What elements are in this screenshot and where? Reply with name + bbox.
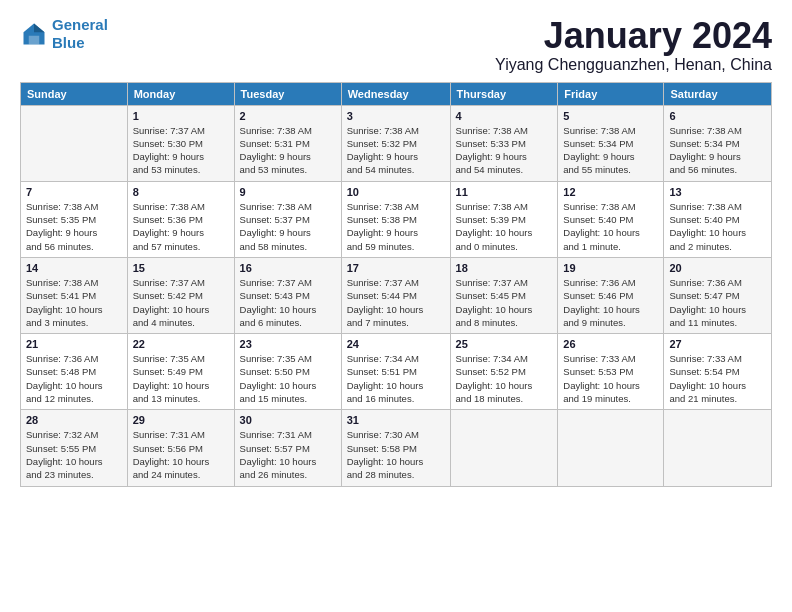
calendar-cell: 11Sunrise: 7:38 AM Sunset: 5:39 PM Dayli… — [450, 181, 558, 257]
header: General Blue January 2024 Yiyang Chenggu… — [20, 16, 772, 74]
day-number: 24 — [347, 338, 445, 350]
day-number: 17 — [347, 262, 445, 274]
svg-marker-1 — [34, 24, 45, 33]
svg-rect-2 — [29, 36, 40, 45]
calendar-cell: 19Sunrise: 7:36 AM Sunset: 5:46 PM Dayli… — [558, 257, 664, 333]
day-info: Sunrise: 7:33 AM Sunset: 5:53 PM Dayligh… — [563, 352, 658, 405]
logo-icon — [20, 20, 48, 48]
calendar-cell: 26Sunrise: 7:33 AM Sunset: 5:53 PM Dayli… — [558, 334, 664, 410]
day-info: Sunrise: 7:32 AM Sunset: 5:55 PM Dayligh… — [26, 428, 122, 481]
day-info: Sunrise: 7:38 AM Sunset: 5:32 PM Dayligh… — [347, 124, 445, 177]
day-number: 16 — [240, 262, 336, 274]
header-wednesday: Wednesday — [341, 82, 450, 105]
day-number: 7 — [26, 186, 122, 198]
calendar-cell: 18Sunrise: 7:37 AM Sunset: 5:45 PM Dayli… — [450, 257, 558, 333]
day-info: Sunrise: 7:38 AM Sunset: 5:34 PM Dayligh… — [669, 124, 766, 177]
day-number: 3 — [347, 110, 445, 122]
calendar-cell: 5Sunrise: 7:38 AM Sunset: 5:34 PM Daylig… — [558, 105, 664, 181]
day-number: 29 — [133, 414, 229, 426]
day-info: Sunrise: 7:38 AM Sunset: 5:41 PM Dayligh… — [26, 276, 122, 329]
day-info: Sunrise: 7:30 AM Sunset: 5:58 PM Dayligh… — [347, 428, 445, 481]
calendar-table: Sunday Monday Tuesday Wednesday Thursday… — [20, 82, 772, 487]
day-info: Sunrise: 7:37 AM Sunset: 5:42 PM Dayligh… — [133, 276, 229, 329]
day-info: Sunrise: 7:34 AM Sunset: 5:51 PM Dayligh… — [347, 352, 445, 405]
day-number: 26 — [563, 338, 658, 350]
day-info: Sunrise: 7:36 AM Sunset: 5:47 PM Dayligh… — [669, 276, 766, 329]
day-info: Sunrise: 7:37 AM Sunset: 5:43 PM Dayligh… — [240, 276, 336, 329]
calendar-cell: 28Sunrise: 7:32 AM Sunset: 5:55 PM Dayli… — [21, 410, 128, 486]
day-number: 4 — [456, 110, 553, 122]
day-info: Sunrise: 7:34 AM Sunset: 5:52 PM Dayligh… — [456, 352, 553, 405]
calendar-cell: 17Sunrise: 7:37 AM Sunset: 5:44 PM Dayli… — [341, 257, 450, 333]
calendar-cell — [21, 105, 128, 181]
calendar-cell: 20Sunrise: 7:36 AM Sunset: 5:47 PM Dayli… — [664, 257, 772, 333]
calendar-cell — [558, 410, 664, 486]
calendar-cell: 25Sunrise: 7:34 AM Sunset: 5:52 PM Dayli… — [450, 334, 558, 410]
calendar-cell: 6Sunrise: 7:38 AM Sunset: 5:34 PM Daylig… — [664, 105, 772, 181]
calendar-cell: 12Sunrise: 7:38 AM Sunset: 5:40 PM Dayli… — [558, 181, 664, 257]
day-number: 2 — [240, 110, 336, 122]
header-saturday: Saturday — [664, 82, 772, 105]
day-number: 25 — [456, 338, 553, 350]
day-number: 31 — [347, 414, 445, 426]
header-monday: Monday — [127, 82, 234, 105]
day-info: Sunrise: 7:36 AM Sunset: 5:48 PM Dayligh… — [26, 352, 122, 405]
calendar-cell: 22Sunrise: 7:35 AM Sunset: 5:49 PM Dayli… — [127, 334, 234, 410]
calendar-cell: 23Sunrise: 7:35 AM Sunset: 5:50 PM Dayli… — [234, 334, 341, 410]
calendar-cell: 27Sunrise: 7:33 AM Sunset: 5:54 PM Dayli… — [664, 334, 772, 410]
logo: General Blue — [20, 16, 108, 52]
day-info: Sunrise: 7:35 AM Sunset: 5:49 PM Dayligh… — [133, 352, 229, 405]
calendar-cell — [664, 410, 772, 486]
day-number: 30 — [240, 414, 336, 426]
day-info: Sunrise: 7:38 AM Sunset: 5:36 PM Dayligh… — [133, 200, 229, 253]
calendar-cell: 21Sunrise: 7:36 AM Sunset: 5:48 PM Dayli… — [21, 334, 128, 410]
day-info: Sunrise: 7:38 AM Sunset: 5:37 PM Dayligh… — [240, 200, 336, 253]
calendar-cell: 4Sunrise: 7:38 AM Sunset: 5:33 PM Daylig… — [450, 105, 558, 181]
day-info: Sunrise: 7:38 AM Sunset: 5:31 PM Dayligh… — [240, 124, 336, 177]
header-sunday: Sunday — [21, 82, 128, 105]
day-number: 19 — [563, 262, 658, 274]
day-info: Sunrise: 7:33 AM Sunset: 5:54 PM Dayligh… — [669, 352, 766, 405]
day-number: 10 — [347, 186, 445, 198]
header-tuesday: Tuesday — [234, 82, 341, 105]
page-container: General Blue January 2024 Yiyang Chenggu… — [0, 0, 792, 497]
day-info: Sunrise: 7:38 AM Sunset: 5:35 PM Dayligh… — [26, 200, 122, 253]
calendar-cell: 14Sunrise: 7:38 AM Sunset: 5:41 PM Dayli… — [21, 257, 128, 333]
calendar-cell: 31Sunrise: 7:30 AM Sunset: 5:58 PM Dayli… — [341, 410, 450, 486]
calendar-cell: 10Sunrise: 7:38 AM Sunset: 5:38 PM Dayli… — [341, 181, 450, 257]
calendar-cell — [450, 410, 558, 486]
day-number: 13 — [669, 186, 766, 198]
day-info: Sunrise: 7:38 AM Sunset: 5:39 PM Dayligh… — [456, 200, 553, 253]
day-number: 8 — [133, 186, 229, 198]
day-number: 28 — [26, 414, 122, 426]
calendar-cell: 2Sunrise: 7:38 AM Sunset: 5:31 PM Daylig… — [234, 105, 341, 181]
day-info: Sunrise: 7:38 AM Sunset: 5:40 PM Dayligh… — [669, 200, 766, 253]
logo-text: General Blue — [52, 16, 108, 52]
day-info: Sunrise: 7:38 AM Sunset: 5:33 PM Dayligh… — [456, 124, 553, 177]
week-row-4: 21Sunrise: 7:36 AM Sunset: 5:48 PM Dayli… — [21, 334, 772, 410]
calendar-cell: 29Sunrise: 7:31 AM Sunset: 5:56 PM Dayli… — [127, 410, 234, 486]
logo-line1: General — [52, 16, 108, 33]
calendar-cell: 13Sunrise: 7:38 AM Sunset: 5:40 PM Dayli… — [664, 181, 772, 257]
week-row-2: 7Sunrise: 7:38 AM Sunset: 5:35 PM Daylig… — [21, 181, 772, 257]
day-info: Sunrise: 7:38 AM Sunset: 5:38 PM Dayligh… — [347, 200, 445, 253]
calendar-cell: 9Sunrise: 7:38 AM Sunset: 5:37 PM Daylig… — [234, 181, 341, 257]
week-row-5: 28Sunrise: 7:32 AM Sunset: 5:55 PM Dayli… — [21, 410, 772, 486]
day-info: Sunrise: 7:36 AM Sunset: 5:46 PM Dayligh… — [563, 276, 658, 329]
day-info: Sunrise: 7:37 AM Sunset: 5:30 PM Dayligh… — [133, 124, 229, 177]
logo-line2: Blue — [52, 34, 85, 51]
day-number: 22 — [133, 338, 229, 350]
day-info: Sunrise: 7:35 AM Sunset: 5:50 PM Dayligh… — [240, 352, 336, 405]
calendar-cell: 24Sunrise: 7:34 AM Sunset: 5:51 PM Dayli… — [341, 334, 450, 410]
calendar-cell: 3Sunrise: 7:38 AM Sunset: 5:32 PM Daylig… — [341, 105, 450, 181]
day-info: Sunrise: 7:38 AM Sunset: 5:34 PM Dayligh… — [563, 124, 658, 177]
title-block: January 2024 Yiyang Chengguanzhen, Henan… — [495, 16, 772, 74]
day-number: 11 — [456, 186, 553, 198]
day-number: 23 — [240, 338, 336, 350]
day-info: Sunrise: 7:31 AM Sunset: 5:56 PM Dayligh… — [133, 428, 229, 481]
header-thursday: Thursday — [450, 82, 558, 105]
day-number: 6 — [669, 110, 766, 122]
day-number: 18 — [456, 262, 553, 274]
header-row: Sunday Monday Tuesday Wednesday Thursday… — [21, 82, 772, 105]
day-number: 20 — [669, 262, 766, 274]
